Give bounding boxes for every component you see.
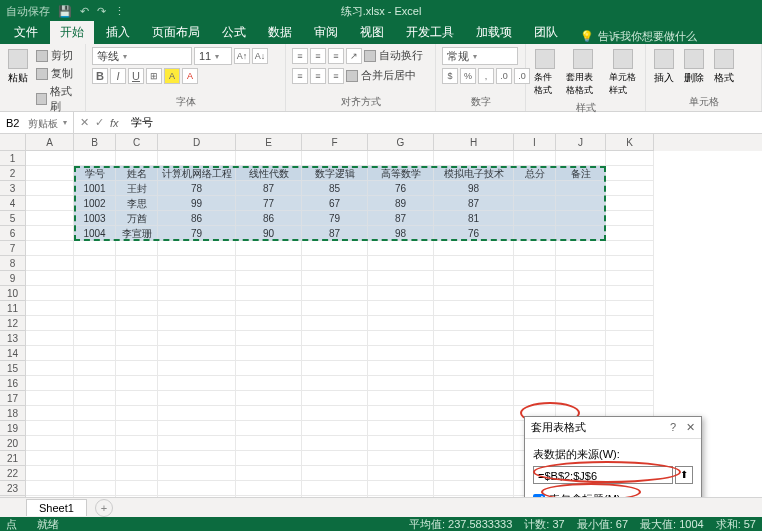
row-header[interactable]: 3 (0, 181, 26, 196)
col-header[interactable]: H (434, 134, 514, 151)
cell[interactable] (368, 481, 434, 496)
cell[interactable]: 万酋 (116, 211, 158, 226)
cell-styles-button[interactable]: 单元格样式 (607, 47, 639, 99)
cell[interactable] (74, 256, 116, 271)
cell[interactable] (74, 271, 116, 286)
cell[interactable] (74, 301, 116, 316)
cell[interactable] (74, 436, 116, 451)
cell[interactable]: 79 (302, 211, 368, 226)
cell[interactable]: 李思 (116, 196, 158, 211)
cell[interactable] (236, 151, 302, 166)
cell[interactable] (116, 376, 158, 391)
cell[interactable] (514, 346, 556, 361)
cell[interactable] (302, 406, 368, 421)
cell[interactable] (116, 481, 158, 496)
cell[interactable] (514, 181, 556, 196)
cell[interactable] (368, 256, 434, 271)
cell[interactable] (74, 391, 116, 406)
row-header[interactable]: 22 (0, 466, 26, 481)
cell[interactable] (302, 481, 368, 496)
format-painter-button[interactable]: 格式刷 (36, 83, 79, 115)
cell[interactable]: 姓名 (116, 166, 158, 181)
cell[interactable] (302, 241, 368, 256)
row-header[interactable]: 6 (0, 226, 26, 241)
cell[interactable] (606, 211, 654, 226)
cell[interactable] (158, 346, 236, 361)
dialog-titlebar[interactable]: 套用表格式 ?✕ (525, 417, 701, 439)
fx-icon[interactable]: fx (110, 117, 119, 129)
cell[interactable] (434, 151, 514, 166)
cell[interactable] (556, 391, 606, 406)
cell[interactable] (26, 181, 74, 196)
cell[interactable] (606, 301, 654, 316)
cell[interactable] (302, 271, 368, 286)
tab-团队[interactable]: 团队 (524, 21, 568, 44)
cell[interactable] (74, 331, 116, 346)
font-name-combo[interactable]: 等线▾ (92, 47, 192, 65)
cell[interactable]: 模拟电子技术 (434, 166, 514, 181)
cell[interactable] (606, 361, 654, 376)
sheet-tab[interactable]: Sheet1 (26, 499, 87, 516)
cell[interactable] (606, 256, 654, 271)
cell[interactable] (26, 346, 74, 361)
bold-button[interactable]: B (92, 68, 108, 84)
wrap-text-button[interactable]: 自动换行 (364, 47, 423, 64)
cell[interactable]: 79 (158, 226, 236, 241)
row-header[interactable]: 17 (0, 391, 26, 406)
close-icon[interactable]: ✕ (686, 421, 695, 434)
cell[interactable] (26, 271, 74, 286)
cell[interactable] (302, 316, 368, 331)
row-header[interactable]: 9 (0, 271, 26, 286)
cell[interactable] (116, 451, 158, 466)
row-header[interactable]: 10 (0, 286, 26, 301)
cell[interactable] (236, 316, 302, 331)
decrease-font-icon[interactable]: A↓ (252, 48, 268, 64)
cell[interactable] (434, 481, 514, 496)
cell[interactable] (434, 421, 514, 436)
conditional-format-button[interactable]: 条件格式 (532, 47, 558, 99)
cell[interactable] (158, 361, 236, 376)
cell[interactable] (302, 346, 368, 361)
cell[interactable] (116, 301, 158, 316)
cell[interactable] (434, 406, 514, 421)
cell[interactable] (514, 256, 556, 271)
cell[interactable] (556, 301, 606, 316)
cell[interactable] (158, 331, 236, 346)
tab-文件[interactable]: 文件 (4, 21, 48, 44)
cell[interactable] (368, 421, 434, 436)
cell[interactable] (26, 451, 74, 466)
inc-decimal-icon[interactable]: .0 (496, 68, 512, 84)
merge-button[interactable]: 合并后居中 (346, 67, 416, 84)
cell[interactable] (434, 331, 514, 346)
row-header[interactable]: 7 (0, 241, 26, 256)
cell[interactable] (26, 481, 74, 496)
cell[interactable] (74, 451, 116, 466)
undo-icon[interactable]: ↶ (80, 5, 89, 18)
cell[interactable] (116, 331, 158, 346)
tab-公式[interactable]: 公式 (212, 21, 256, 44)
cell[interactable] (514, 361, 556, 376)
cell[interactable]: 1003 (74, 211, 116, 226)
cell[interactable]: 86 (236, 211, 302, 226)
cell[interactable] (368, 376, 434, 391)
tab-加载项[interactable]: 加载项 (466, 21, 522, 44)
row-header[interactable]: 8 (0, 256, 26, 271)
row-header[interactable]: 15 (0, 361, 26, 376)
cell[interactable] (116, 256, 158, 271)
cell[interactable] (368, 271, 434, 286)
col-header[interactable]: K (606, 134, 654, 151)
cell[interactable] (26, 151, 74, 166)
format-cells-button[interactable]: 格式 (712, 47, 736, 87)
row-header[interactable]: 5 (0, 211, 26, 226)
cell[interactable]: 李宣珊 (116, 226, 158, 241)
cell[interactable]: 77 (236, 196, 302, 211)
cell[interactable]: 总分 (514, 166, 556, 181)
cell[interactable] (606, 226, 654, 241)
cell[interactable] (158, 286, 236, 301)
row-header[interactable]: 23 (0, 481, 26, 496)
col-header[interactable]: J (556, 134, 606, 151)
cell[interactable] (158, 301, 236, 316)
orientation-icon[interactable]: ↗ (346, 48, 362, 64)
cell[interactable] (236, 286, 302, 301)
cell[interactable] (116, 466, 158, 481)
